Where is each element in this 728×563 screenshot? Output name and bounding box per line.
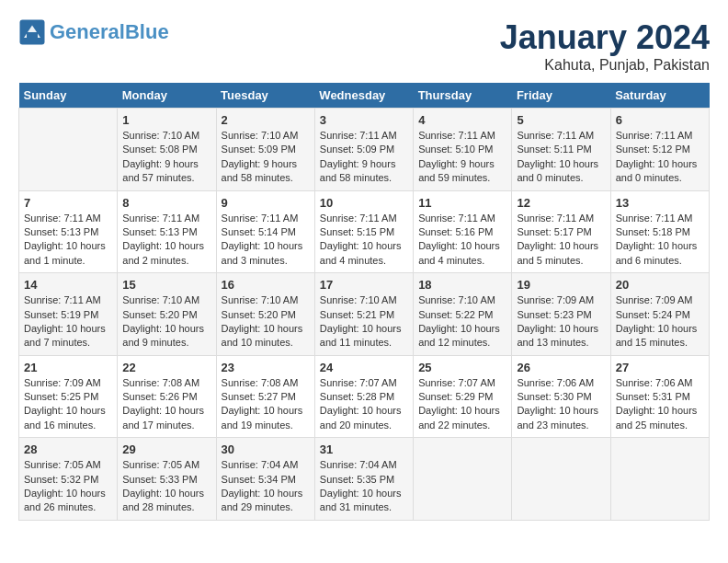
calendar-cell: 30Sunrise: 7:04 AMSunset: 5:34 PMDayligh… <box>216 438 314 521</box>
calendar-cell: 6Sunrise: 7:11 AMSunset: 5:12 PMDaylight… <box>610 109 709 191</box>
title-block: January 2024 Kahuta, Punjab, Pakistan <box>500 18 710 74</box>
day-info: Sunrise: 7:11 AMSunset: 5:11 PMDaylight:… <box>517 129 605 186</box>
col-header-saturday: Saturday <box>610 83 709 109</box>
day-info: Sunrise: 7:10 AMSunset: 5:08 PMDaylight:… <box>122 129 210 186</box>
calendar-cell: 4Sunrise: 7:11 AMSunset: 5:10 PMDaylight… <box>414 109 512 191</box>
calendar-cell: 31Sunrise: 7:04 AMSunset: 5:35 PMDayligh… <box>314 438 413 521</box>
logo-icon <box>18 18 46 46</box>
day-info: Sunrise: 7:11 AMSunset: 5:18 PMDaylight:… <box>616 212 704 269</box>
calendar-cell <box>19 109 118 191</box>
calendar-cell: 24Sunrise: 7:07 AMSunset: 5:28 PMDayligh… <box>314 355 413 438</box>
day-info: Sunrise: 7:08 AMSunset: 5:27 PMDaylight:… <box>222 376 310 433</box>
day-info: Sunrise: 7:05 AMSunset: 5:32 PMDaylight:… <box>24 458 112 515</box>
day-info: Sunrise: 7:08 AMSunset: 5:26 PMDaylight:… <box>122 376 210 433</box>
day-info: Sunrise: 7:11 AMSunset: 5:15 PMDaylight:… <box>320 212 408 269</box>
logo-text: GeneralBlue <box>50 21 169 43</box>
day-number: 14 <box>24 278 112 292</box>
calendar-cell: 7Sunrise: 7:11 AMSunset: 5:13 PMDaylight… <box>19 190 118 273</box>
calendar-cell: 23Sunrise: 7:08 AMSunset: 5:27 PMDayligh… <box>216 355 314 438</box>
day-number: 17 <box>320 278 408 292</box>
day-info: Sunrise: 7:10 AMSunset: 5:21 PMDaylight:… <box>320 293 408 350</box>
day-number: 23 <box>222 361 310 374</box>
calendar-cell: 8Sunrise: 7:11 AMSunset: 5:13 PMDaylight… <box>118 190 216 273</box>
day-info: Sunrise: 7:07 AMSunset: 5:28 PMDaylight:… <box>320 376 408 433</box>
svg-rect-2 <box>27 32 38 38</box>
day-number: 25 <box>418 361 506 374</box>
week-row-5: 28Sunrise: 7:05 AMSunset: 5:32 PMDayligh… <box>19 438 710 521</box>
calendar-cell: 20Sunrise: 7:09 AMSunset: 5:24 PMDayligh… <box>610 273 709 356</box>
day-info: Sunrise: 7:11 AMSunset: 5:09 PMDaylight:… <box>320 129 408 186</box>
day-info: Sunrise: 7:11 AMSunset: 5:16 PMDaylight:… <box>418 212 506 269</box>
col-header-sunday: Sunday <box>19 83 118 109</box>
day-info: Sunrise: 7:11 AMSunset: 5:14 PMDaylight:… <box>222 212 310 269</box>
day-number: 22 <box>122 361 210 374</box>
calendar-cell: 1Sunrise: 7:10 AMSunset: 5:08 PMDaylight… <box>118 109 216 191</box>
calendar-cell: 10Sunrise: 7:11 AMSunset: 5:15 PMDayligh… <box>314 190 413 273</box>
day-number: 4 <box>418 113 506 127</box>
logo-line2: Blue <box>125 20 169 43</box>
calendar-cell: 21Sunrise: 7:09 AMSunset: 5:25 PMDayligh… <box>19 355 118 438</box>
week-row-1: 1Sunrise: 7:10 AMSunset: 5:08 PMDaylight… <box>19 109 710 191</box>
day-number: 30 <box>222 442 310 456</box>
col-header-thursday: Thursday <box>414 83 512 109</box>
calendar-cell: 2Sunrise: 7:10 AMSunset: 5:09 PMDaylight… <box>216 109 314 191</box>
calendar-cell: 26Sunrise: 7:06 AMSunset: 5:30 PMDayligh… <box>512 355 610 438</box>
day-info: Sunrise: 7:10 AMSunset: 5:20 PMDaylight:… <box>222 293 310 350</box>
day-number: 2 <box>222 113 310 127</box>
calendar-cell <box>512 438 610 521</box>
calendar-cell: 18Sunrise: 7:10 AMSunset: 5:22 PMDayligh… <box>414 273 512 356</box>
calendar-cell: 29Sunrise: 7:05 AMSunset: 5:33 PMDayligh… <box>118 438 216 521</box>
calendar-cell: 3Sunrise: 7:11 AMSunset: 5:09 PMDaylight… <box>314 109 413 191</box>
calendar-cell: 15Sunrise: 7:10 AMSunset: 5:20 PMDayligh… <box>118 273 216 356</box>
day-number: 24 <box>320 361 408 374</box>
day-number: 1 <box>122 113 210 127</box>
day-info: Sunrise: 7:11 AMSunset: 5:10 PMDaylight:… <box>418 129 506 186</box>
day-number: 26 <box>517 361 605 374</box>
week-row-4: 21Sunrise: 7:09 AMSunset: 5:25 PMDayligh… <box>19 355 710 438</box>
day-number: 3 <box>320 113 408 127</box>
subtitle: Kahuta, Punjab, Pakistan <box>500 57 710 74</box>
day-info: Sunrise: 7:05 AMSunset: 5:33 PMDaylight:… <box>122 458 210 515</box>
calendar-cell: 16Sunrise: 7:10 AMSunset: 5:20 PMDayligh… <box>216 273 314 356</box>
day-info: Sunrise: 7:11 AMSunset: 5:19 PMDaylight:… <box>24 293 112 350</box>
calendar-cell <box>610 438 709 521</box>
logo: GeneralBlue <box>18 18 169 46</box>
logo-line1: General <box>50 20 125 43</box>
calendar-cell: 25Sunrise: 7:07 AMSunset: 5:29 PMDayligh… <box>414 355 512 438</box>
day-number: 31 <box>320 442 408 456</box>
day-number: 9 <box>222 196 310 210</box>
day-number: 11 <box>418 196 506 210</box>
day-number: 19 <box>517 278 605 292</box>
day-info: Sunrise: 7:10 AMSunset: 5:09 PMDaylight:… <box>222 129 310 186</box>
day-info: Sunrise: 7:11 AMSunset: 5:13 PMDaylight:… <box>122 212 210 269</box>
day-number: 20 <box>616 278 704 292</box>
col-header-wednesday: Wednesday <box>314 83 413 109</box>
calendar-cell: 17Sunrise: 7:10 AMSunset: 5:21 PMDayligh… <box>314 273 413 356</box>
day-number: 6 <box>616 113 704 127</box>
calendar-cell: 9Sunrise: 7:11 AMSunset: 5:14 PMDaylight… <box>216 190 314 273</box>
calendar-cell: 14Sunrise: 7:11 AMSunset: 5:19 PMDayligh… <box>19 273 118 356</box>
calendar-cell: 13Sunrise: 7:11 AMSunset: 5:18 PMDayligh… <box>610 190 709 273</box>
day-number: 15 <box>122 278 210 292</box>
day-info: Sunrise: 7:11 AMSunset: 5:12 PMDaylight:… <box>616 129 704 186</box>
week-row-3: 14Sunrise: 7:11 AMSunset: 5:19 PMDayligh… <box>19 273 710 356</box>
week-row-2: 7Sunrise: 7:11 AMSunset: 5:13 PMDaylight… <box>19 190 710 273</box>
day-info: Sunrise: 7:11 AMSunset: 5:17 PMDaylight:… <box>517 212 605 269</box>
calendar-cell: 19Sunrise: 7:09 AMSunset: 5:23 PMDayligh… <box>512 273 610 356</box>
day-info: Sunrise: 7:06 AMSunset: 5:30 PMDaylight:… <box>517 376 605 433</box>
day-number: 13 <box>616 196 704 210</box>
calendar-cell: 12Sunrise: 7:11 AMSunset: 5:17 PMDayligh… <box>512 190 610 273</box>
day-info: Sunrise: 7:04 AMSunset: 5:35 PMDaylight:… <box>320 458 408 515</box>
calendar-cell: 11Sunrise: 7:11 AMSunset: 5:16 PMDayligh… <box>414 190 512 273</box>
calendar-cell: 5Sunrise: 7:11 AMSunset: 5:11 PMDaylight… <box>512 109 610 191</box>
calendar-cell <box>414 438 512 521</box>
col-header-monday: Monday <box>118 83 216 109</box>
day-info: Sunrise: 7:07 AMSunset: 5:29 PMDaylight:… <box>418 376 506 433</box>
day-number: 8 <box>122 196 210 210</box>
day-info: Sunrise: 7:09 AMSunset: 5:23 PMDaylight:… <box>517 293 605 350</box>
day-number: 16 <box>222 278 310 292</box>
col-header-tuesday: Tuesday <box>216 83 314 109</box>
day-info: Sunrise: 7:10 AMSunset: 5:20 PMDaylight:… <box>122 293 210 350</box>
day-number: 28 <box>24 442 112 456</box>
calendar-cell: 28Sunrise: 7:05 AMSunset: 5:32 PMDayligh… <box>19 438 118 521</box>
